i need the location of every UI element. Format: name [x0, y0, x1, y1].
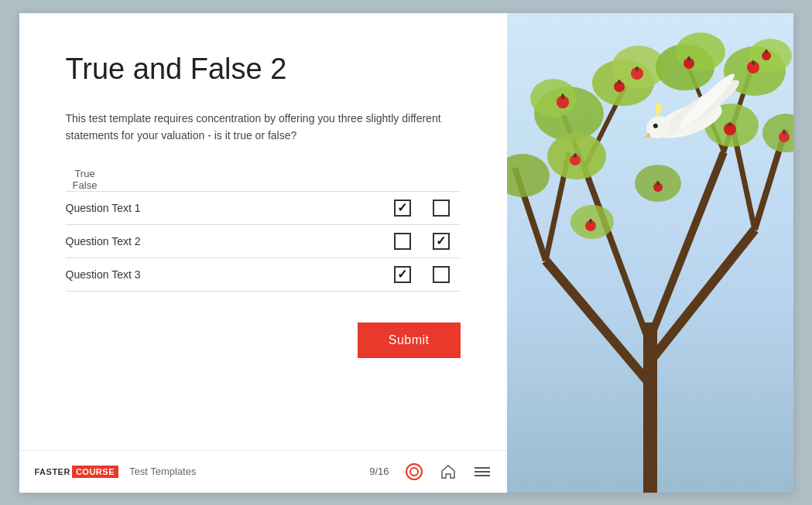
svg-point-49 — [589, 219, 592, 223]
background-scene — [507, 13, 793, 493]
q3-false-checkbox[interactable] — [422, 266, 461, 283]
footer-right: 9/16 — [369, 462, 491, 481]
footer: FASTER COURSE Test Templates 9/16 — [19, 450, 507, 493]
questions-list: Question Text 1 Question Text 2 — [66, 191, 461, 292]
submit-area: Submit — [66, 322, 461, 358]
logo-course: COURSE — [72, 466, 118, 478]
question-label-2: Question Text 2 — [66, 235, 383, 247]
logo: FASTER COURSE — [35, 466, 118, 478]
svg-point-37 — [636, 67, 639, 71]
svg-point-47 — [728, 122, 731, 127]
question-row: Question Text 3 — [66, 258, 461, 292]
svg-point-41 — [752, 60, 755, 65]
slide-title: True and False 2 — [66, 52, 461, 87]
q3-false-checkbox-icon — [433, 266, 450, 283]
submit-button[interactable]: Submit — [358, 322, 461, 358]
question-label-1: Question Text 1 — [66, 202, 383, 214]
question-row: Question Text 1 — [66, 191, 461, 224]
svg-point-22 — [676, 32, 725, 71]
q2-false-checkbox[interactable] — [422, 233, 461, 250]
false-column-header: False — [66, 179, 104, 191]
right-panel — [507, 13, 793, 493]
q3-true-checkbox[interactable] — [383, 266, 422, 283]
home-icon[interactable] — [439, 462, 457, 481]
q3-true-checkbox-icon — [394, 266, 411, 283]
svg-point-51 — [656, 181, 660, 186]
svg-point-45 — [574, 153, 577, 158]
svg-point-33 — [561, 94, 564, 100]
help-icon[interactable] — [405, 462, 423, 481]
column-headers: True False — [66, 168, 461, 191]
menu-icon[interactable] — [473, 462, 492, 481]
slide-container: True and False 2 This test template requ… — [19, 13, 793, 493]
svg-point-43 — [765, 49, 768, 54]
lifering-icon — [406, 463, 423, 480]
q2-true-checkbox[interactable] — [383, 233, 422, 250]
footer-progress: 9/16 — [369, 466, 389, 477]
q2-true-checkbox-icon — [394, 233, 411, 250]
q2-false-checkbox-icon — [433, 233, 450, 250]
q1-false-checkbox-icon — [433, 200, 450, 217]
svg-point-39 — [687, 56, 690, 61]
footer-breadcrumb: Test Templates — [129, 466, 196, 477]
q1-true-checkbox[interactable] — [383, 200, 422, 217]
svg-point-35 — [618, 80, 621, 84]
q1-true-checkbox-icon — [394, 200, 411, 217]
question-row: Question Text 2 — [66, 224, 461, 258]
svg-point-53 — [783, 130, 786, 135]
question-label-3: Question Text 3 — [66, 268, 383, 281]
q1-false-checkbox[interactable] — [422, 200, 461, 217]
left-panel: True and False 2 This test template requ… — [19, 13, 507, 493]
logo-faster: FASTER — [35, 467, 70, 476]
slide-description: This test template requires concentratio… — [66, 110, 461, 145]
svg-point-18 — [530, 79, 577, 118]
true-column-header: True — [66, 168, 104, 179]
